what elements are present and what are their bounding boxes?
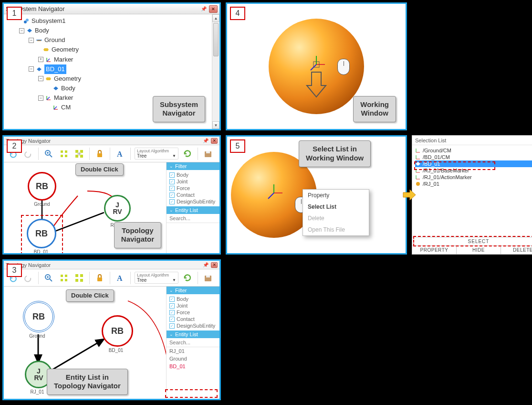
checkbox-icon[interactable]: ✓: [169, 310, 175, 315]
entity-header[interactable]: ⌄Entity List: [167, 206, 219, 214]
collapse-icon[interactable]: −: [19, 28, 24, 33]
fit2-icon[interactable]: [73, 272, 85, 284]
selection-item[interactable]: /Ground/CM: [415, 147, 532, 154]
filter-item[interactable]: ✓Force: [169, 185, 217, 192]
layout-algorithm-dropdown[interactable]: Layout Algorithm Tree▼: [135, 148, 178, 160]
callout-entitylist: Entity List inTopology Navigator: [47, 369, 128, 395]
entity-header[interactable]: ⌄Entity List: [167, 330, 219, 338]
selection-item[interactable]: /RJ_01: [415, 181, 532, 187]
redo-icon[interactable]: [22, 148, 34, 160]
tree-ground[interactable]: − Ground: [7, 35, 217, 45]
scrollbar[interactable]: ▲ ▼: [212, 14, 219, 129]
filter-item[interactable]: ✓Force: [169, 309, 217, 316]
checkbox-icon[interactable]: ✓: [169, 303, 175, 309]
filter-item[interactable]: ✓Contact: [169, 192, 217, 198]
property-button[interactable]: PROPERTY: [412, 246, 457, 254]
scroll-up-icon[interactable]: ▲: [212, 14, 219, 22]
refresh-icon[interactable]: [181, 148, 194, 160]
hide-button[interactable]: HIDE: [457, 246, 501, 254]
node-rb-bd01[interactable]: RB: [102, 315, 133, 347]
entity-item-bd01[interactable]: BD_01: [167, 362, 219, 370]
tree-body[interactable]: − Body: [7, 26, 217, 35]
ctx-property[interactable]: Property: [303, 190, 369, 201]
tree-root[interactable]: Subsystem1: [7, 16, 217, 26]
collapse-icon[interactable]: −: [29, 38, 34, 43]
entity-item[interactable]: Ground: [167, 355, 219, 362]
fit-icon[interactable]: [58, 148, 70, 160]
entity-search[interactable]: ✕: [167, 214, 219, 223]
scroll-thumb[interactable]: [213, 23, 219, 56]
font-icon[interactable]: A: [114, 272, 126, 284]
checkbox-icon[interactable]: ✓: [169, 199, 175, 204]
checkbox-icon[interactable]: ✓: [169, 317, 175, 322]
filter-label: Force: [177, 185, 190, 191]
filter-item[interactable]: ✓Body: [169, 171, 217, 178]
redo-icon[interactable]: [22, 272, 34, 284]
close-icon[interactable]: ✕: [211, 138, 218, 144]
collapse-icon[interactable]: −: [38, 96, 43, 101]
refresh-icon[interactable]: [181, 272, 194, 284]
checkbox-icon[interactable]: ✓: [169, 186, 175, 191]
entity-search[interactable]: ✕: [167, 338, 219, 347]
node-rb-ground[interactable]: RB: [23, 301, 54, 332]
ctx-selectlist[interactable]: Select List: [303, 201, 369, 213]
selection-item[interactable]: /RJ_01/ActionMarker: [415, 174, 532, 181]
collapse-icon[interactable]: −: [29, 66, 34, 72]
search-input[interactable]: [168, 339, 221, 346]
lock-icon[interactable]: [94, 148, 106, 160]
tree-geometry[interactable]: Geometry: [7, 45, 217, 54]
delete-button[interactable]: DELETE: [501, 246, 532, 254]
save-icon[interactable]: [202, 148, 214, 160]
filter-item[interactable]: ✓DesignSubEntity: [169, 322, 217, 329]
layout-value: Tree: [137, 153, 146, 159]
close-icon[interactable]: ✕: [209, 5, 218, 13]
checkbox-icon[interactable]: ✓: [169, 179, 175, 184]
pin-icon[interactable]: 📌: [200, 6, 207, 12]
checkbox-icon[interactable]: ✓: [169, 192, 175, 198]
checkbox-icon[interactable]: ✓: [169, 323, 175, 329]
fit2-icon[interactable]: [73, 148, 85, 160]
filter-item[interactable]: ✓Contact: [169, 316, 217, 322]
entity-item[interactable]: RJ_01: [167, 347, 219, 355]
scroll-down-icon[interactable]: ▼: [212, 121, 219, 129]
expand-icon[interactable]: +: [38, 57, 43, 62]
tree-geometry2[interactable]: − Geometry: [7, 74, 217, 84]
close-icon[interactable]: ✕: [211, 262, 218, 268]
checkbox-icon[interactable]: ✓: [169, 297, 175, 302]
pin-icon[interactable]: 📌: [202, 138, 209, 144]
node-rb-ground[interactable]: RB: [28, 172, 56, 201]
search-input[interactable]: [168, 215, 221, 222]
tree-body2[interactable]: Body: [7, 84, 217, 93]
filter-item[interactable]: ✓Body: [169, 296, 217, 302]
subsystem-title: Subsystem Navigator: [6, 5, 198, 12]
filter-item[interactable]: ✓DesignSubEntity: [169, 198, 217, 205]
zoom-icon[interactable]: [42, 272, 55, 284]
selection-item[interactable]: /RJ_01/BaseMarker: [415, 167, 532, 174]
pin-icon[interactable]: 📌: [202, 262, 209, 268]
filter-header[interactable]: ⌄Filter: [167, 162, 219, 170]
layout-algorithm-dropdown[interactable]: Layout Algorithm Tree▼: [135, 272, 178, 284]
tree-marker[interactable]: + Marker: [7, 55, 217, 64]
filter-item[interactable]: ✓Joint: [169, 178, 217, 185]
save-icon[interactable]: [202, 272, 214, 284]
callout-topology: TopologyNavigator: [114, 222, 161, 249]
font-icon[interactable]: A: [114, 148, 126, 160]
step-badge-3: 3: [7, 264, 22, 277]
collapse-icon[interactable]: −: [38, 76, 43, 81]
sphere-body[interactable]: [269, 19, 364, 114]
node-rb-bd01[interactable]: RB: [27, 219, 56, 248]
filter-header[interactable]: ⌄Filter: [167, 287, 219, 294]
filter-item[interactable]: ✓Joint: [169, 302, 217, 309]
checkbox-icon[interactable]: ✓: [169, 172, 175, 178]
selection-item-selected[interactable]: /BD_01: [415, 160, 532, 167]
tree-bd01[interactable]: − BD_01: [7, 64, 217, 74]
zoom-icon[interactable]: [42, 148, 55, 160]
ctx-openfile[interactable]: Open This File: [303, 224, 369, 235]
select-button[interactable]: SELECT: [412, 237, 532, 245]
node-j-rv[interactable]: JRV: [104, 195, 131, 222]
lock-icon[interactable]: [94, 272, 106, 284]
selection-item[interactable]: /BD_01/CM: [415, 154, 532, 160]
marker-icon: [415, 174, 421, 180]
ctx-delete[interactable]: Delete: [303, 213, 369, 224]
fit-icon[interactable]: [58, 272, 70, 284]
